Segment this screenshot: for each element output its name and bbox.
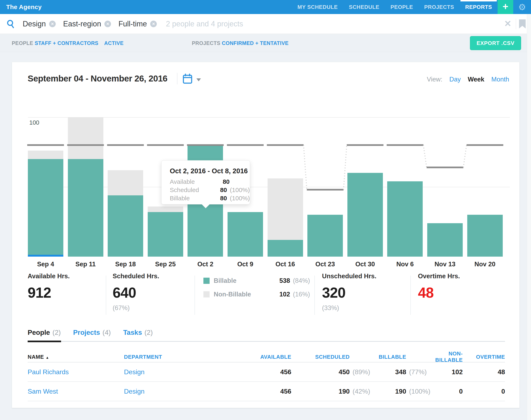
x-axis-tick-label: Sep 4 [26,261,66,268]
legend-billable: Billable 538 (84%) [203,275,313,286]
tooltip-label: Scheduled [170,186,211,194]
divider [106,276,106,315]
tooltip-row: Billable 80 (100%) [170,194,250,202]
bookmark-icon[interactable] [519,19,526,29]
filter-tag: Full-time ✕ [118,20,157,28]
non-billable-segment [68,117,103,159]
summary-stats: Available Hrs. 912 Scheduled Hrs. 640 (6… [12,272,520,316]
remove-tag-icon[interactable]: ✕ [104,21,111,27]
tab-label: People [28,329,50,336]
cell-overtime: 0 [463,388,505,395]
nav-item-people[interactable]: PEOPLE [385,0,419,14]
tooltip-label: Available [170,178,213,186]
nav-item-projects[interactable]: PROJECTS [419,0,460,14]
remove-tag-icon[interactable]: ✕ [49,21,56,27]
column-header-available[interactable]: AVAILABLE [213,354,291,360]
sort-asc-icon: ▲ [46,356,49,360]
stat-label: Overtime Hrs. [418,272,460,280]
search-input[interactable]: 2 people and 4 projects [166,20,243,28]
x-axis-tick-label: Oct 2 [185,261,226,268]
people-table: NAME▲ DEPARTMENT AVAILABLE SCHEDULED BIL… [28,350,505,401]
filter-tag-label: East-region [63,20,101,28]
search-icon [6,19,15,29]
column-header-overtime[interactable]: OVERTIME [463,354,505,360]
cell-non-billable: 0 [427,388,463,395]
tooltip-pct: (100%) [230,194,250,202]
stat-label: Unscheduled Hrs. [322,272,377,280]
people-status-filter: ACTIVE [104,40,123,46]
billable-segment [148,212,183,257]
people-status-value[interactable]: ACTIVE [104,40,123,46]
filter-options-bar: PEOPLE STAFF + CONTRACTORS ACTIVE PROJEC… [0,34,531,52]
column-header-billable[interactable]: BILLABLE [370,354,406,360]
week-bar-oct-16[interactable] [268,179,303,257]
person-name-link[interactable]: Sam West [28,388,124,395]
cell-billable-pct: (100%) [406,388,427,395]
week-bar-sep-4[interactable] [28,150,63,257]
department-link[interactable]: Design [124,368,213,376]
tab-people[interactable]: People (2) [28,329,61,336]
x-axis-tick-label: Nov 6 [385,261,425,268]
y-axis-tick-label: 100 [29,119,39,126]
week-bar-nov-20[interactable] [467,215,503,257]
projects-filter-label: PROJECTS [192,40,220,46]
stat-scheduled: Scheduled Hrs. 640 (67%) [113,272,159,312]
person-name-link[interactable]: Paul Richards [28,368,124,376]
stat-value: 912 [28,285,70,301]
week-bar-nov-6[interactable] [387,181,423,257]
filter-tag-label: Full-time [118,20,147,28]
tooltip-pct: (100%) [230,186,250,194]
search-bar: Design ✕ East-region ✕ Full-time ✕ 2 peo… [0,14,531,34]
remove-tag-icon[interactable]: ✕ [150,21,157,27]
department-link[interactable]: Design [124,388,213,395]
scrollbar[interactable] [527,14,531,420]
projects-filter-value[interactable]: CONFIRMED + TENTATIVE [222,40,288,46]
billable-segment [68,159,103,257]
filter-tag: Design ✕ [23,20,56,28]
non-billable-segment [108,170,143,195]
app-brand[interactable]: The Agency [6,3,42,11]
billable-segment [28,159,63,257]
week-bar-sep-18[interactable] [108,170,143,257]
billable-segment [307,215,343,257]
nav-item-my-schedule[interactable]: MY SCHEDULE [292,0,343,14]
column-header-name[interactable]: NAME▲ [28,354,124,360]
week-bar-oct-23[interactable] [307,215,343,257]
cell-scheduled-pct: (42%) [350,388,370,395]
x-axis-tick-label: Oct 16 [265,261,305,268]
week-bar-sep-25[interactable] [148,207,183,257]
tab-label: Projects [73,329,100,336]
tab-projects[interactable]: Projects (4) [73,329,111,336]
column-header-non-billable[interactable]: NON-BILLABLE [427,350,463,363]
export-csv-button[interactable]: EXPORT .CSV [470,36,521,50]
nav-item-schedule[interactable]: SCHEDULE [343,0,385,14]
cell-scheduled: 190 [291,388,350,395]
billable-segment [108,195,143,257]
billable-segment [387,181,423,257]
week-bar-sep-11[interactable] [68,117,103,257]
column-header-scheduled[interactable]: SCHEDULED [291,354,350,360]
add-button[interactable]: + [498,0,513,14]
tooltip-row: Available 80 [170,178,250,186]
week-bar-oct-9[interactable] [228,212,263,257]
people-filter-value[interactable]: STAFF + CONTRACTORS [35,40,98,46]
settings-button[interactable]: ⚙ [513,0,531,14]
tab-tasks[interactable]: Tasks (2) [123,329,153,336]
week-bar-oct-30[interactable] [347,173,383,257]
x-axis-tick-label: Sep 18 [106,261,145,268]
divider [314,276,315,315]
tooltip-value: 80 [211,186,227,194]
nav-item-reports[interactable]: REPORTS [460,0,498,14]
tab-count: (2) [52,329,61,336]
x-axis-tick-label: Oct 9 [225,261,265,268]
cell-available: 456 [213,368,291,376]
clear-search-icon[interactable]: ✕ [504,19,511,29]
cell-billable: 190 [370,388,406,395]
cell-scheduled: 450 [291,368,350,376]
table-header: NAME▲ DEPARTMENT AVAILABLE SCHEDULED BIL… [28,350,505,362]
cell-scheduled-pct: (89%) [350,368,370,376]
week-bar-nov-13[interactable] [427,223,463,257]
column-header-department[interactable]: DEPARTMENT [124,354,213,360]
billable-segment [467,215,503,257]
table-row: Paul Richards Design 456 450 (89%) 348 (… [28,362,505,382]
